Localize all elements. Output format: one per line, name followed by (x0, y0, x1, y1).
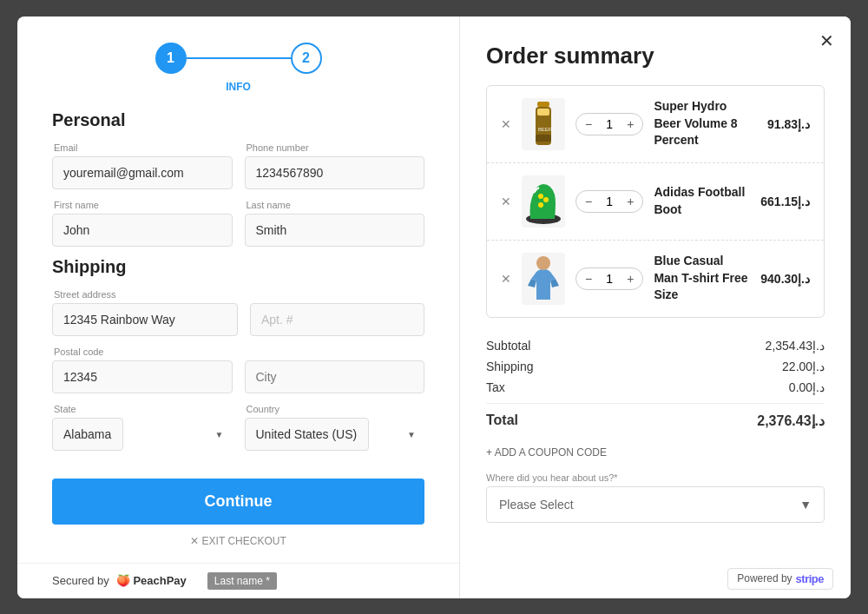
item-2-qty-control: − 1 + (575, 190, 643, 213)
hear-about-select[interactable]: Please Select ▼ (486, 486, 825, 523)
country-select[interactable]: United States (US) (245, 418, 369, 451)
state-select-wrapper: Alabama (52, 418, 233, 451)
city-input[interactable] (245, 360, 425, 393)
svg-text:BEER: BEER (538, 127, 553, 132)
state-select[interactable]: Alabama (52, 418, 123, 451)
item-2-image (522, 175, 565, 228)
personal-section-title: Personal (52, 110, 424, 130)
step-1-circle: 1 (155, 43, 187, 74)
email-input[interactable] (52, 156, 233, 189)
continue-button[interactable]: Continue (52, 479, 424, 525)
remove-item-1-button[interactable]: ✕ (501, 117, 511, 131)
svg-point-8 (538, 202, 543, 208)
lastname-field-label: Last name * (207, 572, 277, 590)
left-panel: 1 2 INFO Personal Email Phone number (17, 17, 460, 598)
item-3-price: د.إ940.30 (760, 272, 810, 286)
shipping-value: د.إ22.00 (782, 360, 825, 373)
item-3-qty-control: − 1 + (575, 267, 643, 290)
order-item-3: ✕ − 1 + B (487, 241, 824, 317)
item-2-qty-minus[interactable]: − (583, 195, 594, 208)
country-field-group: Country United States (US) (245, 404, 425, 451)
svg-rect-4 (536, 135, 551, 142)
total-label: Total (486, 413, 518, 429)
postal-field-group: Postal code (52, 347, 233, 393)
apt-label (250, 289, 424, 300)
svg-point-6 (538, 194, 543, 199)
total-value: د.إ2,376.43 (757, 413, 825, 429)
svg-rect-2 (537, 109, 549, 116)
checkout-modal: ✕ 1 2 INFO Personal Email Phone number (17, 17, 851, 598)
hear-about-label: Where did you hear about us?* (486, 472, 825, 483)
svg-rect-0 (537, 102, 549, 107)
coupon-link[interactable]: + ADD A COUPON CODE (486, 446, 825, 459)
hear-about-value: Please Select (499, 498, 574, 512)
lastname-input[interactable] (245, 214, 425, 247)
item-3-qty-minus[interactable]: − (583, 272, 594, 286)
apt-input[interactable] (250, 303, 424, 336)
stripe-label: stripe (796, 572, 824, 585)
order-totals: Subtotal د.إ2,354.43 Shipping د.إ22.00 T… (486, 335, 825, 432)
lastname-field-group: Last name (245, 200, 425, 247)
shipping-row-3: State Alabama Country United States (US) (52, 404, 424, 451)
firstname-field-group: First name (52, 200, 233, 247)
item-3-image (522, 253, 565, 305)
country-select-wrapper: United States (US) (245, 418, 425, 451)
shipping-row-1: Street address (52, 289, 424, 336)
hear-about-wrapper: Where did you hear about us?* Please Sel… (486, 472, 825, 523)
remove-item-2-button[interactable]: ✕ (501, 195, 511, 208)
item-3-qty-plus[interactable]: + (625, 272, 635, 286)
phone-label: Phone number (245, 142, 425, 153)
subtotal-label: Subtotal (486, 339, 530, 353)
item-1-qty-value: 1 (602, 117, 616, 131)
peachpay-logo: 🍑 PeachPay (116, 574, 187, 587)
tax-value: د.إ0.00 (789, 380, 825, 394)
exit-checkout-link[interactable]: ✕ EXIT CHECKOUT (52, 535, 424, 547)
phone-input[interactable] (245, 156, 425, 189)
street-label: Street address (52, 289, 238, 300)
item-3-name: Blue Casual Man T-shirt Free Size (654, 253, 750, 304)
tax-label: Tax (486, 380, 505, 394)
order-item-2: ✕ − 1 + (487, 163, 824, 241)
item-1-qty-plus[interactable]: + (625, 117, 635, 131)
step-line (187, 57, 291, 59)
email-field-group: Email (52, 142, 233, 189)
order-item-1: ✕ BEER − 1 + (487, 86, 824, 163)
state-field-group: State Alabama (52, 404, 233, 451)
postal-input[interactable] (52, 360, 233, 393)
state-label: State (52, 404, 233, 414)
item-1-image: BEER (522, 98, 565, 150)
tax-row: Tax د.إ0.00 (486, 377, 825, 398)
remove-item-3-button[interactable]: ✕ (501, 272, 511, 286)
right-panel: Order summary ✕ BEER (460, 17, 851, 598)
modal-overlay: ✕ 1 2 INFO Personal Email Phone number (0, 0, 868, 614)
item-1-qty-minus[interactable]: − (583, 117, 594, 131)
firstname-label: First name (52, 200, 233, 210)
grand-total-row: Total د.إ2,376.43 (486, 403, 825, 432)
powered-by-stripe: Powered by stripe (727, 568, 833, 590)
shipping-label: Shipping (486, 360, 534, 373)
lastname-label: Last name (245, 200, 425, 210)
item-2-price: د.إ661.15 (760, 195, 810, 208)
street-field-group: Street address (52, 289, 238, 336)
item-1-qty-control: − 1 + (575, 113, 643, 135)
street-input[interactable] (52, 303, 238, 336)
bottom-bar: Secured by 🍑 PeachPay Last name * (17, 563, 459, 598)
order-summary-title: Order summary (486, 43, 825, 69)
item-2-qty-value: 1 (602, 195, 616, 208)
shipping-row: Shipping د.إ22.00 (486, 356, 825, 377)
item-1-price: د.إ91.83 (767, 117, 810, 131)
close-button[interactable]: ✕ (814, 29, 838, 53)
item-2-qty-plus[interactable]: + (625, 195, 635, 208)
subtotal-value: د.إ2,354.43 (766, 339, 825, 353)
subtotal-row: Subtotal د.إ2,354.43 (486, 335, 825, 356)
personal-row-2: First name Last name (52, 200, 424, 247)
powered-by-label: Powered by (737, 572, 792, 584)
secured-label: Secured by (52, 574, 109, 587)
svg-point-7 (543, 197, 549, 202)
city-field-group (245, 347, 425, 393)
step-2-circle: 2 (291, 43, 322, 74)
postal-label: Postal code (52, 347, 233, 357)
item-3-qty-value: 1 (602, 272, 616, 286)
hear-about-chevron-icon: ▼ (799, 498, 812, 512)
firstname-input[interactable] (52, 214, 233, 247)
